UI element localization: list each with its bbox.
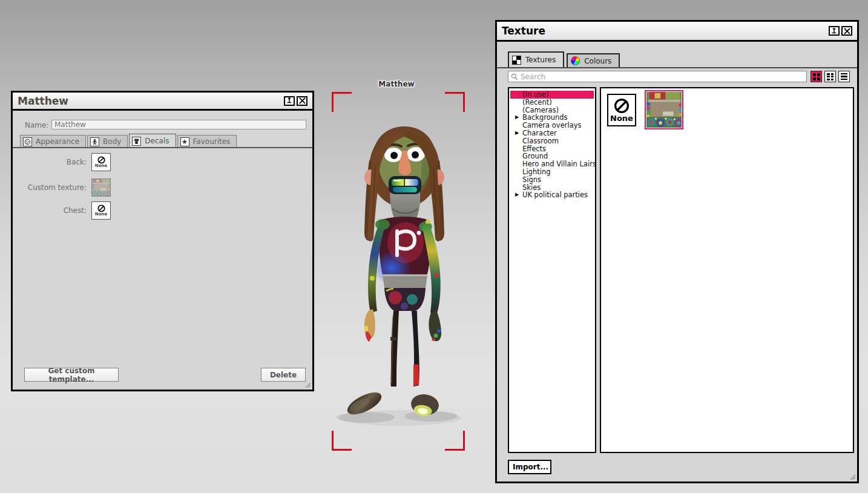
bracket-bottom-right-icon xyxy=(445,431,465,451)
texture-thumbnail xyxy=(646,92,682,128)
list-view-button[interactable] xyxy=(838,71,850,82)
decals-shirt-icon xyxy=(132,137,141,146)
bracket-top-left-icon xyxy=(332,92,352,112)
star-icon: ★ xyxy=(180,137,189,146)
texture-tabs: Textures Colours xyxy=(508,51,622,67)
pin-icon xyxy=(830,28,838,34)
close-icon xyxy=(299,97,306,104)
custom-texture-button[interactable] xyxy=(91,178,111,197)
pin-button[interactable] xyxy=(829,26,840,36)
get-custom-template-button[interactable]: Get custom template... xyxy=(24,368,119,382)
tab-decals[interactable]: Decals xyxy=(129,134,176,148)
category-panel: (In use) (Recent) (Cameras) ▶Backgrounds… xyxy=(508,87,596,453)
close-button[interactable] xyxy=(297,96,307,106)
category-list: (In use) (Recent) (Cameras) ▶Backgrounds… xyxy=(510,91,594,199)
large-grid-icon xyxy=(813,73,820,80)
decal-row-back: Back: None xyxy=(15,153,111,171)
list-icon xyxy=(841,73,847,80)
small-grid-icon xyxy=(827,73,833,80)
tab-label: Appearance xyxy=(36,137,79,146)
character-matthew[interactable] xyxy=(333,124,466,426)
matthew-window: Matthew Name: Appearance Body xyxy=(11,91,314,391)
back-none-button[interactable]: None xyxy=(91,153,111,171)
window-title: Texture xyxy=(502,25,827,37)
tab-textures[interactable]: Textures xyxy=(508,51,564,67)
texture-thumbnails-panel: None xyxy=(600,87,854,453)
custom-texture-label: Custom texture: xyxy=(15,183,87,192)
search-input[interactable] xyxy=(521,73,806,81)
chest-none-button[interactable]: None xyxy=(91,201,111,220)
tab-divider xyxy=(13,147,312,148)
tab-label: Favourites xyxy=(193,137,231,146)
search-box[interactable] xyxy=(508,71,807,82)
colour-wheel-icon xyxy=(571,56,580,65)
bracket-top-right-icon xyxy=(445,92,465,112)
decal-row-custom-texture: Custom texture: xyxy=(15,178,111,197)
tab-label: Decals xyxy=(145,137,169,145)
matthew-window-titlebar[interactable]: Matthew xyxy=(13,93,312,111)
back-label: Back: xyxy=(15,158,87,166)
large-thumbnails-view-button[interactable] xyxy=(810,71,822,82)
custom-texture-thumbnail xyxy=(92,179,110,196)
category-uk-political-parties[interactable]: ▶UK political parties xyxy=(510,191,594,199)
tab-label: Colours xyxy=(584,57,611,65)
name-label: Name: xyxy=(25,121,48,129)
import-button[interactable]: Import... xyxy=(508,460,551,474)
expand-arrow-icon[interactable]: ▶ xyxy=(515,191,519,199)
tab-body[interactable]: Body xyxy=(87,135,128,148)
tab-label: Textures xyxy=(525,56,556,64)
pin-icon xyxy=(286,97,293,104)
expand-arrow-icon[interactable]: ▶ xyxy=(515,114,519,122)
small-thumbnails-view-button[interactable] xyxy=(824,71,836,82)
none-icon xyxy=(614,98,630,114)
texture-item-selected[interactable] xyxy=(645,90,683,129)
tab-label: Body xyxy=(103,137,121,146)
chest-label: Chest: xyxy=(15,206,87,215)
texture-window-titlebar[interactable]: Texture xyxy=(497,22,857,42)
tab-colours[interactable]: Colours xyxy=(567,53,620,67)
decal-row-chest: Chest: None xyxy=(15,201,111,220)
character-name-label: Matthew xyxy=(363,80,430,88)
tab-appearance[interactable]: Appearance xyxy=(20,135,86,148)
close-button[interactable] xyxy=(841,26,852,36)
name-input[interactable] xyxy=(51,120,306,129)
checkerboard-icon xyxy=(512,56,521,65)
resize-grip[interactable] xyxy=(849,473,856,480)
body-person-icon xyxy=(90,137,99,146)
tab-divider xyxy=(497,67,857,68)
tab-favourites[interactable]: ★ Favourites xyxy=(177,135,237,148)
bracket-bottom-left-icon xyxy=(332,431,352,451)
appearance-face-icon xyxy=(23,137,32,146)
pin-button[interactable] xyxy=(284,96,295,106)
search-icon xyxy=(511,73,518,80)
texture-window: Texture Textures Colours xyxy=(495,20,859,483)
close-icon xyxy=(844,28,850,34)
delete-button[interactable]: Delete xyxy=(261,368,306,382)
texture-item-none[interactable]: None xyxy=(607,94,636,126)
resize-grip[interactable] xyxy=(304,381,311,388)
matthew-tabs: Appearance Body Decals ★ Favourites xyxy=(20,134,238,148)
window-title: Matthew xyxy=(18,95,282,107)
expand-arrow-icon[interactable]: ▶ xyxy=(515,129,519,137)
